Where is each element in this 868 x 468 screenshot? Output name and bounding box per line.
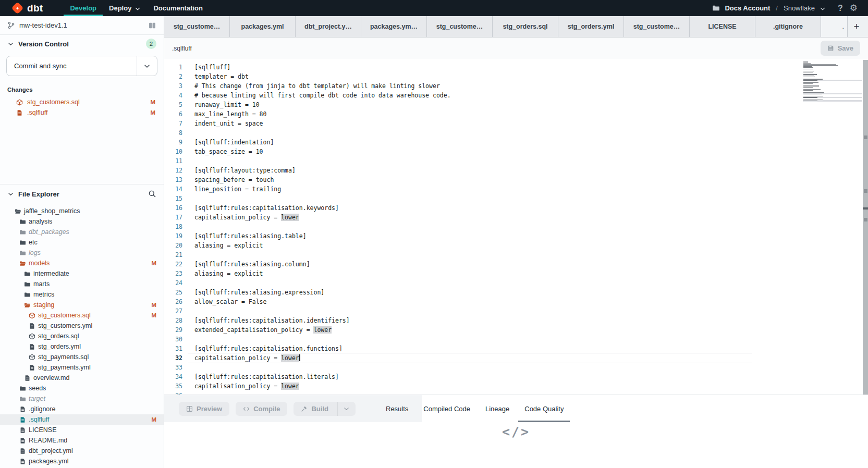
code-line-7[interactable]: 7indent_unit = space xyxy=(164,119,800,128)
commit-and-sync-button[interactable]: Commit and sync xyxy=(6,56,157,76)
code-line-8[interactable]: 8 xyxy=(164,128,800,138)
code-line-5[interactable]: 5runaway_limit = 10 xyxy=(164,100,800,109)
code-line-9[interactable]: 9[sqlfluff:indentation] xyxy=(164,138,800,147)
tree-item-metrics[interactable]: metrics xyxy=(0,289,164,300)
tree-item-staging[interactable]: stagingM xyxy=(0,300,164,310)
code-line-19[interactable]: 19[sqlfluff:rules:aliasing.table] xyxy=(164,231,800,241)
tree-item-etc[interactable]: etc xyxy=(0,237,164,248)
editor-tab-stg-orders-sql[interactable]: stg_orders.sql xyxy=(493,16,558,37)
code-line-22[interactable]: 22[sqlfluff:rules:aliasing.column] xyxy=(164,260,800,269)
code-line-23[interactable]: 23aliasing = explicit xyxy=(164,269,800,278)
new-tab-button[interactable]: + xyxy=(848,16,865,37)
tree-item-logs[interactable]: logs xyxy=(0,248,164,258)
preview-button[interactable]: Preview xyxy=(179,402,229,416)
tree-item-intermediate[interactable]: intermediate xyxy=(0,268,164,279)
code-line-1[interactable]: 1[sqlfluff] xyxy=(164,63,800,72)
tree-item-license[interactable]: LICENSE xyxy=(0,425,164,435)
tree-item-analysis[interactable]: analysis xyxy=(0,216,164,227)
panel-tab-lineage[interactable]: Lineage xyxy=(479,395,516,422)
editor-tab-gitignore[interactable]: .gitignore xyxy=(755,16,821,37)
code-line-24[interactable]: 24 xyxy=(164,278,800,288)
tree-item-marts[interactable]: marts xyxy=(0,279,164,289)
save-button[interactable]: Save xyxy=(821,41,860,56)
code-line-34[interactable]: 34[sqlfluff:rules:capitalisation.literal… xyxy=(164,372,800,381)
code-editor[interactable]: 1[sqlfluff]2templater = dbt3# This chang… xyxy=(164,59,868,395)
code-line-33[interactable]: 33 xyxy=(164,363,800,372)
nav-menu-develop[interactable]: Develop xyxy=(64,0,103,16)
code-line-6[interactable]: 6max_line_length = 80 xyxy=(164,109,800,119)
editor-tab-license[interactable]: LICENSE xyxy=(690,16,755,37)
tree-item-overview-md[interactable]: overview.md xyxy=(0,373,164,383)
version-control-header[interactable]: Version Control 2 xyxy=(0,35,164,53)
chevron-down-icon[interactable] xyxy=(820,6,826,12)
code-line-14[interactable]: 14line_position = trailing xyxy=(164,184,800,194)
code-line-28[interactable]: 28[sqlfluff:rules:capitalisation.identif… xyxy=(164,316,800,325)
code-line-10[interactable]: 10tab_space_size = 10 xyxy=(164,147,800,156)
code-line-36[interactable]: 36 xyxy=(164,391,800,395)
tree-item-stg-payments-yml[interactable]: stg_payments.yml xyxy=(0,362,164,373)
tree-item-dbt-project-yml[interactable]: dbt_project.yml xyxy=(0,446,164,456)
tree-item-stg-orders-yml[interactable]: stg_orders.yml xyxy=(0,341,164,352)
tree-item-jaffle-shop-metrics[interactable]: jaffle_shop_metrics xyxy=(0,206,164,216)
code-line-32[interactable]: 32capitalisation_policy = lower xyxy=(164,353,800,363)
editor-scrollbar[interactable] xyxy=(863,60,868,395)
tree-item-stg-customers-sql[interactable]: stg_customers.sqlM xyxy=(0,310,164,321)
code-line-25[interactable]: 25[sqlfluff:rules:aliasing.expression] xyxy=(164,288,800,297)
tree-item-packages-yml[interactable]: packages.yml xyxy=(0,456,164,466)
editor-tab-stg-custome[interactable]: stg_custome… xyxy=(624,16,690,37)
code-line-18[interactable]: 18 xyxy=(164,222,800,231)
code-line-31[interactable]: 31[sqlfluff:rules:capitalisation.functio… xyxy=(164,344,800,353)
panel-tab-compiled-code[interactable]: Compiled Code xyxy=(417,395,476,422)
code-line-2[interactable]: 2templater = dbt xyxy=(164,72,800,81)
tree-item-dbt-packages[interactable]: dbt_packages xyxy=(0,227,164,237)
dbt-logo[interactable]: dbt xyxy=(13,3,43,13)
code-line-12[interactable]: 12[sqlfluff:layout:type:comma] xyxy=(164,166,800,175)
code-line-27[interactable]: 27 xyxy=(164,306,800,316)
tree-item-stg-orders-sql[interactable]: stg_orders.sql xyxy=(0,331,164,341)
tree-item-readme-md[interactable]: README.md xyxy=(0,435,164,446)
editor-tab-partial[interactable]: . xyxy=(821,16,848,37)
commit-options-caret[interactable] xyxy=(137,56,157,76)
tree-item-gitignore[interactable]: .gitignore xyxy=(0,404,164,414)
code-line-20[interactable]: 20aliasing = explicit xyxy=(164,241,800,250)
docs-columns-icon[interactable] xyxy=(148,22,156,29)
panel-tab-results[interactable]: Results xyxy=(380,395,414,422)
tree-item-stg-payments-sql[interactable]: stg_payments.sql xyxy=(0,352,164,362)
code-line-21[interactable]: 21 xyxy=(164,250,800,260)
minimap[interactable] xyxy=(803,61,862,103)
code-line-16[interactable]: 16[sqlfluff:rules:capitalisation.keyword… xyxy=(164,203,800,213)
help-icon[interactable]: ? xyxy=(838,4,843,13)
code-line-11[interactable]: 11 xyxy=(164,156,800,166)
code-line-3[interactable]: 3# This change (from jinja to dbt templa… xyxy=(164,81,800,91)
search-icon[interactable] xyxy=(148,190,156,198)
nav-menu-deploy[interactable]: Deploy xyxy=(103,0,147,16)
panel-tab-code-quality[interactable]: Code Quality xyxy=(518,395,570,422)
code-line-26[interactable]: 26allow_scalar = False xyxy=(164,297,800,306)
nav-menu-documentation[interactable]: Documentation xyxy=(147,0,209,16)
tree-item-stg-customers-yml[interactable]: stg_customers.yml xyxy=(0,321,164,331)
tree-item-sqlfluff[interactable]: .sqlfluffM xyxy=(0,414,164,425)
code-line-17[interactable]: 17capitalisation_policy = lower xyxy=(164,213,800,222)
editor-tab-dbt-project-y[interactable]: dbt_project.y… xyxy=(296,16,361,37)
code-line-35[interactable]: 35capitalisation_policy = lower xyxy=(164,381,800,391)
gear-icon[interactable]: ⚙ xyxy=(850,3,858,14)
editor-tab-packages-yml[interactable]: packages.yml xyxy=(230,16,296,37)
code-line-29[interactable]: 29extended_capitalisation_policy = lower xyxy=(164,325,800,335)
changed-file-stg-customers-sql[interactable]: stg_customers.sqlM xyxy=(0,97,164,107)
editor-tab-stg-orders-yml[interactable]: stg_orders.yml xyxy=(558,16,624,37)
code-line-30[interactable]: 30 xyxy=(164,335,800,344)
code-line-15[interactable]: 15 xyxy=(164,194,800,203)
editor-tab-packages-ym[interactable]: packages.ym… xyxy=(361,16,427,37)
changed-file-sqlfluff[interactable]: .sqlfluffM xyxy=(0,107,164,118)
build-button[interactable]: Build xyxy=(294,402,356,416)
tree-item-models[interactable]: modelsM xyxy=(0,258,164,268)
tree-item-seeds[interactable]: seeds xyxy=(0,383,164,393)
file-explorer-header[interactable]: File Explorer xyxy=(0,184,164,203)
compile-button[interactable]: Compile xyxy=(236,402,287,416)
editor-tab-stg-custome[interactable]: stg_custome… xyxy=(164,16,230,37)
build-options-caret[interactable] xyxy=(337,402,356,416)
code-line-13[interactable]: 13spacing_before = touch xyxy=(164,175,800,184)
code-line-4[interactable]: 4# because linting will first compile db… xyxy=(164,91,800,100)
tree-item-target[interactable]: target xyxy=(0,393,164,404)
account-name[interactable]: Docs Account xyxy=(725,4,770,12)
